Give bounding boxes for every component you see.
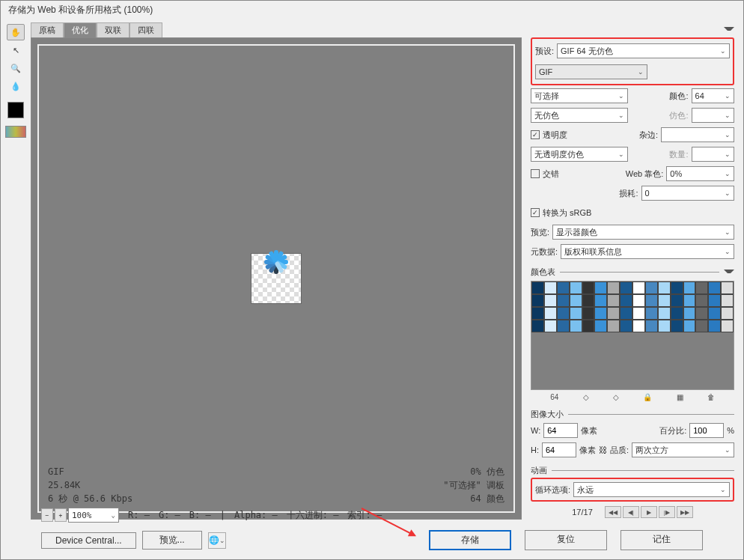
colortable-menu-icon[interactable]: [724, 268, 734, 277]
color-swatch[interactable]: [607, 294, 620, 307]
color-swatch[interactable]: [721, 320, 734, 332]
color-swatch[interactable]: [607, 307, 620, 320]
lossy-input[interactable]: 0⌄: [641, 186, 734, 201]
width-input[interactable]: [543, 423, 578, 438]
color-swatch[interactable]: [695, 294, 708, 307]
color-swatch[interactable]: [531, 294, 544, 307]
color-swatch[interactable]: [607, 281, 620, 294]
color-swatch[interactable]: [570, 281, 582, 294]
color-swatch[interactable]: [645, 320, 658, 332]
preset-select[interactable]: GIF 64 无仿色⌄: [557, 43, 730, 58]
transparency-checkbox[interactable]: ✓: [531, 130, 540, 139]
color-swatch[interactable]: [620, 320, 632, 332]
color-swatch[interactable]: [695, 307, 708, 320]
tab-two-up[interactable]: 双联: [97, 22, 129, 37]
color-reduction-select[interactable]: 可选择⌄: [531, 88, 628, 103]
metadata-select[interactable]: 版权和联系信息⌄: [561, 244, 734, 259]
reset-button[interactable]: 复位: [525, 530, 607, 550]
color-swatch[interactable]: [671, 307, 683, 320]
color-swatch[interactable]: [544, 294, 557, 307]
foreground-color-swatch[interactable]: [7, 102, 24, 118]
ct-icon-2[interactable]: ◇: [613, 393, 619, 401]
ct-icon-1[interactable]: ◇: [583, 393, 589, 401]
save-button[interactable]: 存储: [429, 530, 511, 550]
color-swatch[interactable]: [632, 320, 645, 332]
color-swatch[interactable]: [620, 281, 632, 294]
color-swatch[interactable]: [683, 320, 696, 332]
color-swatch[interactable]: [708, 320, 721, 332]
color-swatch[interactable]: [708, 294, 721, 307]
color-table[interactable]: [531, 281, 734, 390]
color-swatch[interactable]: [708, 281, 721, 294]
color-swatch[interactable]: [582, 294, 595, 307]
dither-algorithm-select[interactable]: 无仿色⌄: [531, 108, 628, 123]
zoom-tool[interactable]: 🔍: [7, 60, 25, 76]
browser-preview-select[interactable]: 🌐⌄: [208, 532, 226, 549]
color-swatch[interactable]: [721, 281, 734, 294]
color-swatch[interactable]: [721, 294, 734, 307]
zoom-in-button[interactable]: +: [55, 508, 67, 522]
color-swatch[interactable]: [557, 281, 570, 294]
color-swatch[interactable]: [632, 307, 645, 320]
color-swatch[interactable]: [695, 320, 708, 332]
color-swatch[interactable]: [620, 307, 632, 320]
color-swatch[interactable]: [594, 294, 607, 307]
preview-canvas[interactable]: GIF 25.84K 6 秒 @ 56.6 Kbps 0% 仿色 "可选择" 调…: [31, 37, 522, 520]
height-input[interactable]: [542, 442, 576, 457]
color-swatch[interactable]: [570, 320, 582, 332]
color-swatch[interactable]: [607, 320, 620, 332]
color-swatch[interactable]: [658, 320, 671, 332]
ct-icon-4[interactable]: ▦: [677, 393, 683, 401]
color-swatch[interactable]: [708, 307, 721, 320]
ct-icon-3[interactable]: 🔒: [643, 393, 652, 401]
preview-profile-select[interactable]: 显示器颜色⌄: [552, 225, 734, 240]
color-swatch[interactable]: [671, 281, 683, 294]
color-swatch[interactable]: [620, 294, 632, 307]
srgb-checkbox[interactable]: ✓: [531, 208, 540, 217]
websnap-input[interactable]: 0%⌄: [666, 166, 734, 181]
color-swatch[interactable]: [594, 320, 607, 332]
color-swatch[interactable]: [557, 294, 570, 307]
color-swatch[interactable]: [531, 281, 544, 294]
hand-tool[interactable]: ✋: [7, 24, 25, 40]
colors-input[interactable]: 64⌄: [692, 88, 734, 103]
color-swatch[interactable]: [632, 294, 645, 307]
color-swatch[interactable]: [658, 307, 671, 320]
color-swatch[interactable]: [531, 307, 544, 320]
color-swatch[interactable]: [632, 281, 645, 294]
slice-visibility-toggle[interactable]: [5, 126, 26, 138]
format-select[interactable]: GIF⌄: [535, 64, 647, 79]
color-swatch[interactable]: [671, 294, 683, 307]
color-swatch[interactable]: [544, 281, 557, 294]
tab-optimized[interactable]: 优化: [64, 22, 97, 37]
color-swatch[interactable]: [582, 320, 595, 332]
flyout-menu-icon[interactable]: [724, 25, 734, 34]
matte-select[interactable]: ⌄: [661, 127, 734, 142]
color-swatch[interactable]: [658, 294, 671, 307]
loop-select[interactable]: 永远⌄: [573, 482, 730, 497]
color-swatch[interactable]: [557, 307, 570, 320]
color-swatch[interactable]: [671, 320, 683, 332]
color-swatch[interactable]: [683, 307, 696, 320]
link-icon[interactable]: ⛓: [599, 445, 607, 454]
zoom-out-button[interactable]: −: [41, 508, 53, 522]
preview-button[interactable]: 预览...: [142, 531, 202, 550]
color-swatch[interactable]: [683, 281, 696, 294]
color-swatch[interactable]: [695, 281, 708, 294]
color-swatch[interactable]: [570, 307, 582, 320]
color-swatch[interactable]: [582, 281, 595, 294]
color-swatch[interactable]: [658, 281, 671, 294]
eyedropper-tool[interactable]: 💧: [7, 78, 25, 94]
color-swatch[interactable]: [645, 281, 658, 294]
color-swatch[interactable]: [594, 307, 607, 320]
slice-select-tool[interactable]: ↖: [7, 42, 25, 58]
zoom-select[interactable]: 100%⌄: [68, 508, 119, 523]
color-swatch[interactable]: [594, 281, 607, 294]
ct-trash-icon[interactable]: 🗑: [707, 393, 715, 401]
percent-input[interactable]: [689, 423, 724, 438]
interlace-checkbox[interactable]: [531, 169, 540, 178]
color-swatch[interactable]: [531, 320, 544, 332]
color-swatch[interactable]: [544, 307, 557, 320]
color-swatch[interactable]: [683, 294, 696, 307]
remember-button[interactable]: 记住: [620, 530, 703, 550]
